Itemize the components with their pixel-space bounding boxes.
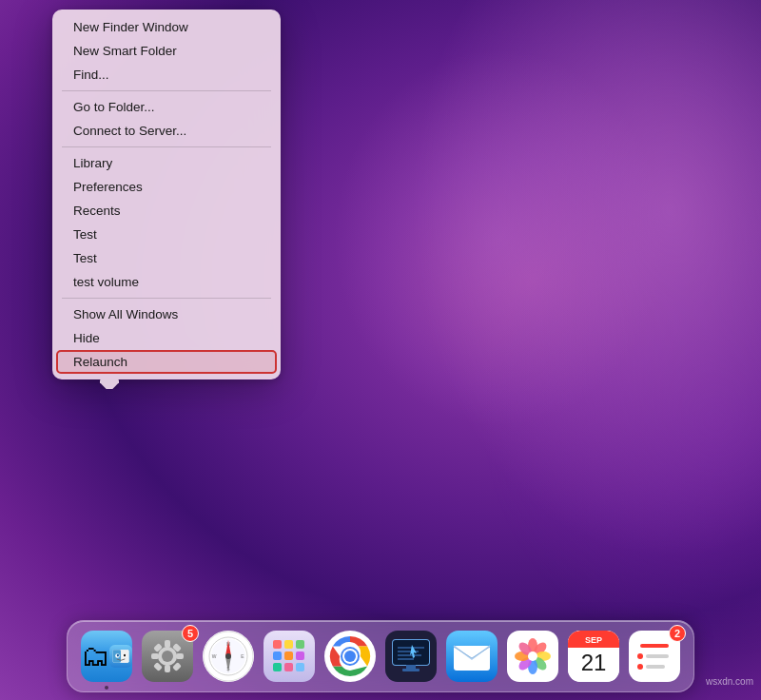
svg-point-65	[528, 651, 537, 661]
mail-icon	[446, 631, 498, 682]
svg-rect-11	[165, 640, 170, 648]
svg-rect-13	[151, 653, 159, 659]
separator-1	[62, 90, 271, 91]
menu-item-test2[interactable]: Test	[56, 246, 277, 270]
menu-item-recents[interactable]: Recents	[56, 199, 277, 223]
svg-rect-36	[296, 651, 304, 660]
svg-rect-12	[165, 665, 170, 672]
svg-point-43	[344, 651, 356, 662]
screens-icon	[385, 631, 437, 682]
dock: 5 N S W E	[67, 620, 694, 692]
dock-item-system-preferences[interactable]: 5	[140, 629, 195, 684]
system-preferences-badge: 5	[182, 625, 199, 642]
menu-item-connect-to-server[interactable]: Connect to Server...	[56, 119, 277, 143]
launchpad-svg	[263, 631, 315, 682]
svg-rect-35	[284, 651, 293, 660]
dock-item-finder[interactable]	[79, 629, 134, 684]
dock-item-reminders[interactable]: 2	[627, 629, 682, 684]
svg-rect-37	[273, 663, 282, 671]
svg-rect-51	[406, 665, 416, 669]
svg-point-6	[117, 654, 119, 657]
svg-point-7	[124, 654, 126, 657]
calendar-svg: SEP 21	[568, 631, 619, 682]
launchpad-icon	[263, 631, 315, 682]
dock-item-photos[interactable]	[505, 629, 560, 684]
svg-rect-38	[284, 663, 293, 671]
menu-item-new-finder-window[interactable]: New Finder Window	[56, 15, 277, 39]
svg-point-75	[637, 664, 643, 670]
mail-svg	[446, 631, 498, 682]
menu-item-test-volume[interactable]: test volume	[56, 270, 277, 294]
menu-item-show-all-windows[interactable]: Show All Windows	[56, 302, 277, 326]
svg-rect-76	[646, 665, 665, 669]
context-menu: New Finder Window New Smart Folder Find.…	[52, 10, 281, 379]
chrome-icon	[324, 631, 376, 682]
photos-icon	[507, 631, 558, 682]
dock-item-chrome[interactable]	[322, 629, 378, 684]
finder-svg	[109, 631, 132, 682]
menu-item-relaunch[interactable]: Relaunch	[56, 350, 277, 374]
menu-caret	[100, 379, 119, 389]
calendar-icon: SEP 21	[568, 631, 619, 682]
svg-point-25	[225, 653, 231, 659]
menu-item-new-smart-folder[interactable]: New Smart Folder	[56, 39, 277, 63]
separator-3	[62, 298, 271, 299]
svg-rect-31	[273, 640, 282, 649]
desktop: New Finder Window New Smart Folder Find.…	[0, 0, 761, 700]
separator-2	[62, 146, 271, 147]
svg-rect-33	[296, 640, 304, 649]
dock-item-safari[interactable]: N S W E	[201, 629, 256, 684]
dock-item-calendar[interactable]: SEP 21	[566, 629, 621, 684]
menu-item-test1[interactable]: Test	[56, 223, 277, 246]
svg-text:W: W	[212, 653, 217, 659]
svg-rect-74	[646, 654, 669, 658]
photos-svg	[507, 631, 558, 682]
svg-point-73	[637, 653, 643, 659]
chrome-svg	[324, 631, 376, 682]
svg-rect-39	[296, 663, 304, 671]
menu-item-preferences[interactable]: Preferences	[56, 175, 277, 199]
reminders-badge: 2	[669, 625, 686, 642]
svg-rect-32	[284, 640, 293, 649]
menu-item-library[interactable]: Library	[56, 151, 277, 175]
safari-svg: N S W E	[203, 631, 254, 682]
dock-item-mail[interactable]	[444, 629, 499, 684]
svg-rect-34	[273, 651, 282, 660]
dock-item-screens[interactable]	[383, 629, 439, 684]
safari-icon: N S W E	[203, 631, 254, 682]
menu-item-find[interactable]: Find...	[56, 63, 277, 87]
screens-svg	[385, 631, 437, 682]
svg-text:SEP: SEP	[585, 635, 602, 645]
watermark: wsxdn.com	[706, 676, 753, 687]
menu-item-hide[interactable]: Hide	[56, 326, 277, 350]
finder-dot	[105, 686, 108, 690]
svg-rect-14	[176, 653, 184, 659]
svg-rect-52	[402, 669, 420, 671]
dock-item-launchpad[interactable]	[262, 629, 317, 684]
svg-text:N: N	[226, 641, 230, 647]
finder-icon	[81, 631, 132, 682]
svg-rect-72	[640, 644, 669, 648]
svg-text:21: 21	[581, 650, 607, 675]
svg-point-10	[162, 651, 173, 662]
menu-item-go-to-folder[interactable]: Go to Folder...	[56, 95, 277, 119]
